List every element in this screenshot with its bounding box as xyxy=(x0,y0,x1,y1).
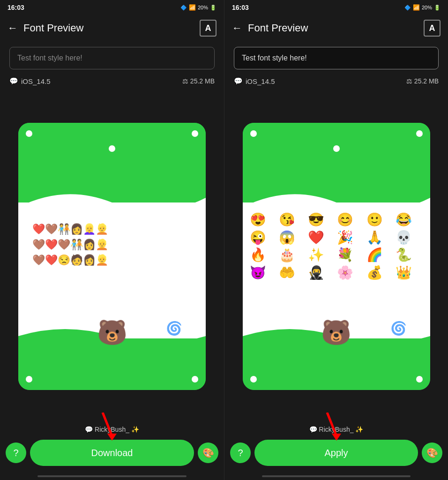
help-icon-left: ? xyxy=(13,448,18,458)
emoji-rows-left: ❤️🤎🧑‍🤝‍🧑👩👱‍♀️👱 🤎❤️🤎🧑‍🤝‍🧑👩👱 🤎❤️😒🧑👩👱 xyxy=(32,221,108,268)
download-button[interactable]: Download xyxy=(30,440,194,466)
font-size-text-left: 25.2 MB xyxy=(190,77,215,85)
bluetooth-icon-right: 🔷 xyxy=(404,5,411,11)
emoji-8: ❤️ xyxy=(308,230,335,246)
help-button-right[interactable]: ? xyxy=(230,442,251,463)
theme-button-right[interactable]: 🎨 xyxy=(422,442,442,463)
bottom-bar-left: ? Download 🎨 xyxy=(0,436,224,475)
scroll-indicator-right xyxy=(262,475,411,477)
chat-icon-left: 💬 xyxy=(9,77,18,85)
status-time-right: 16:03 xyxy=(232,4,249,11)
bottom-bar-right: ? Apply 🎨 xyxy=(224,436,448,475)
mascot-right: 🐻 xyxy=(321,318,351,347)
red-arrow-right xyxy=(318,412,355,441)
battery-text-left: 20% xyxy=(198,5,208,10)
help-icon-right: ? xyxy=(238,448,243,458)
card-dot-tr-right xyxy=(416,130,423,137)
font-info-row-left: 💬 iOS_14.5 ⚖ 25.2 MB xyxy=(0,75,224,90)
emoji-16: 🌈 xyxy=(366,247,394,263)
font-icon-btn-left[interactable]: A xyxy=(200,20,217,37)
emoji-4: 🙂 xyxy=(366,212,394,228)
card-dot-tl-right xyxy=(250,130,257,137)
help-button-left[interactable]: ? xyxy=(6,442,26,463)
status-bar-right: 16:03 🔷 📶 20% 🔋 xyxy=(224,0,448,15)
page-title-left: Font Preview xyxy=(23,22,200,34)
emoji-6: 😜 xyxy=(250,230,277,246)
emoji-18: 😈 xyxy=(250,265,277,281)
scale-icon-right: ⚖ xyxy=(406,77,412,85)
emoji-15: 💐 xyxy=(337,247,364,263)
right-panel: 16:03 🔷 📶 20% 🔋 ← Font Preview A Test fo… xyxy=(224,0,448,480)
palette-icon-left: 🎨 xyxy=(202,447,214,458)
battery-icon-left: 🔋 xyxy=(210,5,217,11)
emoji-1: 😘 xyxy=(279,212,306,228)
creator-sparkle-right: ✨ xyxy=(355,426,363,433)
back-button-right[interactable]: ← xyxy=(232,22,242,34)
emoji-grid-right: 😍 😘 😎 😊 🙂 😂 😜 😱 ❤️ 🎉 🙏 💀 🔥 🎂 ✨ 💐 🌈 🐍 😈 xyxy=(250,212,423,280)
font-name-text-right: iOS_14.5 xyxy=(246,77,275,85)
emoji-10: 🙏 xyxy=(366,230,394,246)
back-button-left[interactable]: ← xyxy=(7,22,18,34)
svg-line-2 xyxy=(327,412,336,436)
creator-icon-left: 💬 xyxy=(85,426,93,433)
palette-icon-right: 🎨 xyxy=(426,447,438,458)
emoji-23: 👑 xyxy=(396,265,423,281)
emoji-22: 💰 xyxy=(366,265,394,281)
svg-marker-1 xyxy=(107,434,117,441)
spiral-right: 🌀 xyxy=(390,321,407,336)
chat-icon-right: 💬 xyxy=(234,77,243,85)
battery-icon-right: 🔋 xyxy=(434,5,441,11)
creator-icon-right: 💬 xyxy=(309,426,317,433)
signal-icon-right: 📶 xyxy=(413,4,420,11)
font-input-placeholder-left: Test font style here! xyxy=(17,54,82,62)
font-info-row-right: 💬 iOS_14.5 ⚖ 25.2 MB xyxy=(224,75,448,90)
font-input-value-right: Test font style here! xyxy=(242,54,307,62)
bluetooth-icon: 🔷 xyxy=(180,5,187,11)
emoji-12: 🔥 xyxy=(250,247,277,263)
emoji-17: 🐍 xyxy=(396,247,423,263)
creator-sparkle-left: ✨ xyxy=(131,426,139,433)
card-dot-tl-left xyxy=(26,130,32,137)
status-icons-right: 🔷 📶 20% 🔋 xyxy=(404,4,441,11)
card-area-right: 😍 😘 😎 😊 🙂 😂 😜 😱 ❤️ 🎉 🙏 💀 🔥 🎂 ✨ 💐 🌈 🐍 😈 xyxy=(224,90,448,423)
left-panel: 16:03 🔷 📶 20% 🔋 ← Font Preview A Test fo… xyxy=(0,0,224,480)
font-name-right: 💬 iOS_14.5 xyxy=(234,77,275,85)
mascot-left: 🐻 xyxy=(97,318,127,347)
spiral-left: 🌀 xyxy=(166,321,182,336)
emoji-0: 😍 xyxy=(250,212,277,228)
emoji-19: 🤲 xyxy=(279,265,306,281)
font-icon-btn-right[interactable]: A xyxy=(424,20,441,37)
emoji-21: 🌸 xyxy=(337,265,364,281)
emoji-11: 💀 xyxy=(396,230,423,246)
emoji-14: ✨ xyxy=(308,247,335,263)
font-size-text-right: 25.2 MB xyxy=(414,77,439,85)
top-bar-left: ← Font Preview A xyxy=(0,15,224,41)
signal-icon: 📶 xyxy=(189,4,196,11)
svg-line-0 xyxy=(103,412,112,436)
scale-icon-left: ⚖ xyxy=(182,77,188,85)
battery-text-right: 20% xyxy=(422,5,432,10)
page-title-right: Font Preview xyxy=(248,22,424,34)
red-arrow-left xyxy=(93,412,131,441)
emoji-20: 🥷 xyxy=(308,265,335,281)
emoji-7: 😱 xyxy=(279,230,306,246)
status-icons-left: 🔷 📶 20% 🔋 xyxy=(180,4,217,11)
apply-button[interactable]: Apply xyxy=(254,440,418,466)
preview-card-left: ❤️🤎🧑‍🤝‍🧑👩👱‍♀️👱 🤎❤️🤎🧑‍🤝‍🧑👩👱 🤎❤️😒🧑👩👱 🐻 🌀 xyxy=(18,123,206,390)
preview-card-right: 😍 😘 😎 😊 🙂 😂 😜 😱 ❤️ 🎉 🙏 💀 🔥 🎂 ✨ 💐 🌈 🐍 😈 xyxy=(243,123,430,390)
svg-marker-3 xyxy=(332,434,341,441)
emoji-9: 🎉 xyxy=(337,230,364,246)
scroll-indicator-left xyxy=(37,475,187,477)
status-time-left: 16:03 xyxy=(7,4,24,11)
status-bar-left: 16:03 🔷 📶 20% 🔋 xyxy=(0,0,224,15)
font-size-right: ⚖ 25.2 MB xyxy=(406,77,439,85)
font-input-area-left[interactable]: Test font style here! xyxy=(9,47,215,69)
card-dot-bl-right xyxy=(250,376,257,382)
card-dot-tc-left xyxy=(109,145,115,152)
font-input-area-right[interactable]: Test font style here! xyxy=(234,47,439,69)
top-bar-right: ← Font Preview A xyxy=(224,15,448,41)
font-name-left: 💬 iOS_14.5 xyxy=(9,77,51,85)
emoji-5: 😂 xyxy=(396,212,423,228)
theme-button-left[interactable]: 🎨 xyxy=(198,442,218,463)
card-dot-tr-left xyxy=(192,130,198,137)
